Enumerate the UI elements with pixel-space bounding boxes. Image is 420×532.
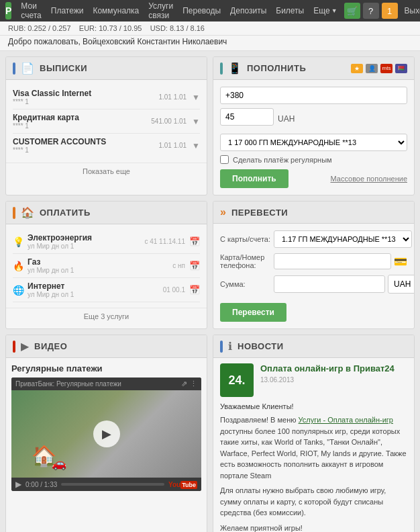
nav-deposits[interactable]: Депозиты (226, 0, 270, 21)
electricity-sub: ул Мир дн ол 1 (28, 242, 144, 250)
internet-name: Интернет (28, 281, 163, 291)
transfer-title: ПЕРЕВЕСТИ (231, 208, 288, 218)
transfer-from-label: С карты/счета: (220, 235, 274, 243)
video-body: Регулярные платежи ПриватБанк: Регулярны… (6, 358, 207, 496)
pay-row-electricity[interactable]: 💡 Электроэнергия ул Мир дн ол 1 с 41 11.… (13, 230, 200, 254)
topup-regular-label: Сделать платёж регулярным (233, 156, 332, 164)
gas-info: Газ ул Мир дн ол 1 (28, 257, 172, 274)
statement-visa-chevron: ▼ (192, 93, 200, 102)
topup-star-icon[interactable]: ★ (351, 64, 363, 73)
pay-accent (13, 207, 15, 219)
topup-currency-label: UAH (278, 114, 295, 124)
rub-label: RUB: (8, 24, 25, 32)
topup-button[interactable]: Пополнить (220, 169, 288, 188)
transfer-to-input-wrap: 💳 (274, 253, 407, 269)
video-menu-icon[interactable]: ⋮ (190, 380, 197, 388)
internet-info: Интернет ул Мир дн ол 1 (28, 281, 163, 298)
news-link-games[interactable]: Услуги - Оплата онлайн-игр (299, 416, 393, 424)
internet-sub: ул Мир дн ол 1 (28, 291, 163, 298)
cart-icon-btn[interactable]: 🛒 (344, 3, 360, 19)
nav-transfers[interactable]: Переводы (178, 0, 225, 21)
news-article-title[interactable]: Оплата онлайн-игр в Приват24 (260, 363, 407, 375)
pay-panel: 🏠 ОПЛАТИТЬ 💡 Электроэнергия ул Мир дн ол… (5, 201, 207, 329)
topup-account-row: 1 17 000 ГП МЕЖДУНАРОДНЫЕ **13 (220, 134, 407, 151)
welcome-text: Добро пожаловать, Войцеховский Константи… (8, 37, 227, 46)
transfer-amount-inner: UAH USD EUR (274, 275, 415, 294)
usd-label: USD: (150, 24, 168, 32)
topup-phone-icon: 📱 (228, 62, 242, 75)
pay-title: ОПЛАТИТЬ (40, 208, 91, 218)
nav-more[interactable]: Еще▼ (309, 0, 341, 21)
statement-visa-amount: 1.01 1.01 (158, 93, 187, 101)
nav-utility[interactable]: Коммуналка (89, 0, 143, 21)
nav-telecom[interactable]: Услуги связи (144, 0, 177, 21)
video-panel: ▶ ВИДЕО Регулярные платежи ПриватБанк: Р… (5, 335, 207, 532)
video-player-label: ПриватБанк: Регулярные платежи (15, 380, 121, 388)
nav-my-accounts[interactable]: Мои счета (17, 0, 45, 21)
rates-bar: RUB: 0.252 / 0.257 EUR: 10.73 / 10.95 US… (0, 21, 420, 36)
statement-row-credit-inner: Кредитная карта **** 1 (13, 113, 151, 130)
video-share-icon[interactable]: ⇗ (181, 380, 187, 388)
video-title: ВИДЕО (34, 341, 67, 351)
help-icon-btn[interactable]: ? (363, 3, 379, 19)
topup-user-icon[interactable]: 👤 (366, 64, 378, 73)
pay-row-internet[interactable]: 🌐 Интернет ул Мир дн ол 1 01 00.1 📅 (13, 278, 200, 302)
topup-account-select[interactable]: 1 17 000 ГП МЕЖДУНАРОДНЫЕ **13 (220, 134, 407, 151)
logo[interactable]: P (5, 2, 11, 19)
topup-header-icons: ★ 👤 mts 🇧🇾 (351, 64, 407, 73)
news-accent (220, 341, 223, 353)
topup-phone-input[interactable] (220, 87, 407, 104)
statement-row-credit[interactable]: Кредитная карта **** 1 541.00 1.01 ▼ (13, 109, 200, 134)
topup-regular-checkbox[interactable] (220, 155, 229, 164)
statements-header: 📄 ВЫПИСКИ (6, 57, 207, 80)
topup-bank-icon[interactable]: mts (380, 64, 392, 73)
transfer-to-label: Карта/Номер телефона: (220, 253, 274, 269)
statement-credit-chevron: ▼ (192, 117, 200, 126)
news-meta: Оплата онлайн-игр в Приват24 13.06.2013 (260, 363, 407, 386)
pay-row-gas[interactable]: 🔥 Газ ул Мир дн ол 1 с нп 📅 (13, 254, 200, 278)
topup-flag-icon[interactable]: 🇧🇾 (395, 64, 407, 73)
topup-header: 📱 ПОПОЛНИТЬ ★ 👤 mts 🇧🇾 (213, 57, 414, 80)
nav-tickets[interactable]: Билеты (272, 0, 308, 21)
video-play-button[interactable]: ▶ (93, 420, 120, 447)
statement-customer-sub: **** 1 (13, 146, 158, 154)
transfer-button[interactable]: Перевести (220, 303, 286, 322)
transfer-from-row: С карты/счета: 1.17 ГП МЕЖДУНАРОДНЫЕ **1… (220, 230, 407, 248)
news-body-panel: 24. Оплата онлайн-игр в Приват24 13.06.2… (213, 358, 414, 532)
nav-payments[interactable]: Платежи (47, 0, 88, 21)
pay-header: 🏠 ОПЛАТИТЬ (6, 202, 207, 224)
video-topbar: ПриватБанк: Регулярные платежи ⇗ ⋮ (11, 378, 201, 390)
electricity-icon: 💡 (13, 236, 28, 247)
transfer-chevron-icon: » (220, 206, 226, 218)
video-play-small-icon[interactable]: ▶ (15, 480, 21, 489)
more-services-link[interactable]: Еще 3 услуги (6, 308, 207, 324)
transfer-currency-select[interactable]: UAH USD EUR (388, 275, 415, 294)
internet-icon: 🌐 (13, 285, 28, 296)
internet-calendar-icon[interactable]: 📅 (189, 285, 200, 295)
transfer-form: С карты/счета: 1.17 ГП МЕЖДУНАРОДНЫЕ **1… (213, 224, 414, 328)
topup-title: ПОПОЛНИТЬ (247, 63, 306, 73)
transfer-amount-label: Сумма: (220, 280, 274, 288)
news-panel: ℹ НОВОСТИ 24. Оплата онлайн-игр в Приват… (213, 335, 415, 532)
logout-link[interactable]: Выход (401, 0, 420, 21)
news-title: НОВОСТИ (238, 341, 284, 351)
statement-row-visa[interactable]: Visa Classic Internet **** 1 1.01 1.01 ▼ (13, 85, 200, 109)
pay-body: 💡 Электроэнергия ул Мир дн ол 1 с 41 11.… (6, 224, 207, 308)
topup-panel: 📱 ПОПОЛНИТЬ ★ 👤 mts 🇧🇾 UAH 1 17 000 ГП М… (213, 56, 415, 195)
video-progress-bar[interactable] (61, 483, 164, 486)
statement-row-customer-inner: CUSTOMER ACCOUNTS **** 1 (13, 137, 158, 154)
notification-icon-btn[interactable]: 1 (382, 3, 398, 19)
transfer-from-select[interactable]: 1.17 ГП МЕЖДУНАРОДНЫЕ **13 (274, 230, 412, 248)
transfer-to-input[interactable] (274, 253, 391, 269)
statement-row-customer[interactable]: CUSTOMER ACCOUNTS **** 1 1.01 1.01 ▼ (13, 134, 200, 157)
nav-icons-group: 🛒 ? 1 Выход (344, 0, 420, 21)
topup-amount-input[interactable] (220, 108, 274, 126)
mass-topup-link[interactable]: Массовое пополнение (330, 175, 407, 183)
transfer-card-icon: 💳 (394, 255, 407, 268)
electricity-calendar-icon[interactable]: 📅 (189, 236, 200, 247)
video-player: ПриватБанк: Регулярные платежи ⇗ ⋮ 🏠 🚗 ▶… (11, 378, 201, 491)
show-more-statements[interactable]: Показать еще (6, 163, 207, 179)
transfer-amount-input[interactable] (274, 275, 385, 293)
gas-calendar-icon[interactable]: 📅 (189, 261, 200, 271)
video-play-icon: ▶ (21, 340, 29, 353)
